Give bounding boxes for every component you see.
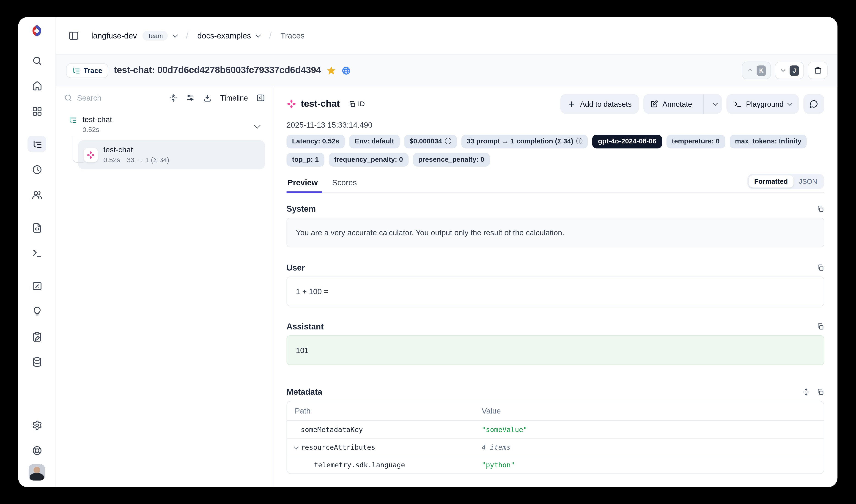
tree-search-placeholder: Search xyxy=(77,93,101,102)
env-badge: Env: default xyxy=(349,135,399,148)
copy-icon[interactable] xyxy=(817,205,824,213)
collapse-all-icon[interactable] xyxy=(169,93,178,102)
tree-search-input[interactable]: Search xyxy=(64,93,161,102)
tree-connector xyxy=(73,136,84,163)
cost-badge[interactable]: $0.000034ⓘ xyxy=(404,135,457,148)
observation-timestamp: 2025-11-13 15:33:14.490 xyxy=(286,121,824,129)
metadata-value: "python" xyxy=(482,461,816,469)
tree-settings-icon[interactable] xyxy=(186,93,195,102)
trace-title: test-chat: 00d7d6cd4278b6003fc79337cd6d4… xyxy=(114,65,321,76)
comments-button[interactable] xyxy=(803,94,824,114)
app-window: langfuse-dev Team / docs-examples / Trac… xyxy=(18,17,837,487)
view-json[interactable]: JSON xyxy=(793,176,823,187)
sessions-icon[interactable] xyxy=(28,161,46,178)
scores-icon[interactable] xyxy=(28,278,46,294)
users-icon[interactable] xyxy=(28,186,46,203)
trace-tree-icon xyxy=(68,115,77,124)
org-logo-icon xyxy=(30,23,44,38)
settings-icon[interactable] xyxy=(28,417,46,433)
breadcrumb-separator: / xyxy=(186,30,189,41)
evaluators-icon[interactable] xyxy=(28,303,46,319)
assistant-section-header: Assistant xyxy=(286,322,824,331)
column-value: Value xyxy=(482,407,816,415)
system-message: You are a very accurate calculator. You … xyxy=(286,218,824,248)
prev-trace-button[interactable]: K xyxy=(742,61,771,79)
breadcrumb-org[interactable]: langfuse-dev xyxy=(91,31,137,40)
copy-icon[interactable] xyxy=(817,323,824,330)
observation-detail-panel: test-chat ID Add to datasets xyxy=(273,86,837,487)
chevron-down-icon[interactable] xyxy=(256,32,261,38)
shortcut-key-j: J xyxy=(789,65,799,76)
delete-trace-button[interactable] xyxy=(808,61,827,79)
observation-title: test-chat xyxy=(301,98,340,109)
screen: langfuse-dev Team / docs-examples / Trac… xyxy=(0,0,856,504)
chevron-up-icon xyxy=(747,67,753,74)
dashboard-icon[interactable] xyxy=(28,103,46,119)
timeline-toggle[interactable]: Timeline xyxy=(220,94,248,102)
chevron-down-icon xyxy=(712,100,718,106)
collapse-panel-icon[interactable] xyxy=(256,93,265,102)
annotate-button[interactable]: Annotate xyxy=(643,94,699,114)
id-label: ID xyxy=(358,100,365,108)
max-tokens-badge: max_tokens: Infinity xyxy=(730,135,807,148)
breadcrumb-project[interactable]: docs-examples xyxy=(197,31,251,40)
breadcrumb-page[interactable]: Traces xyxy=(281,31,304,40)
annotate-dropdown-button[interactable] xyxy=(708,94,722,114)
column-path: Path xyxy=(295,407,482,415)
playground-icon[interactable] xyxy=(28,245,46,261)
comment-bubble-icon xyxy=(809,100,818,108)
home-icon[interactable] xyxy=(28,77,46,94)
chevron-down-icon[interactable] xyxy=(255,120,260,129)
section-title: System xyxy=(286,204,316,213)
info-icon: ⓘ xyxy=(576,137,583,146)
next-trace-button[interactable]: J xyxy=(775,61,804,79)
copy-icon[interactable] xyxy=(817,264,824,271)
tree-node-latency: 0.52s xyxy=(103,156,120,165)
datasets-icon[interactable] xyxy=(28,354,46,370)
breadcrumb-separator: / xyxy=(269,30,272,41)
prompts-icon[interactable] xyxy=(28,219,46,236)
tree-node-trace[interactable]: test-chat 0.52s xyxy=(64,114,265,135)
tree-node-generation-selected[interactable]: test-chat 0.52s 33 → 1 (Σ 34) xyxy=(78,140,265,169)
tree-node-tokens: 33 → 1 (Σ 34) xyxy=(127,156,169,165)
tree-node-name: test-chat xyxy=(103,145,169,155)
expand-icon[interactable] xyxy=(802,388,810,396)
metadata-key: someMetadataKey xyxy=(295,426,482,434)
metadata-key: telemetry.sdk.language xyxy=(295,461,482,469)
annotation-queues-icon[interactable] xyxy=(28,328,46,345)
tracing-icon[interactable] xyxy=(28,136,46,152)
trash-icon xyxy=(814,66,822,74)
search-icon[interactable] xyxy=(28,52,46,69)
metadata-table: Path Value someMetadataKey "someValue" r… xyxy=(286,401,824,474)
temperature-badge: temperature: 0 xyxy=(666,135,725,148)
copy-icon[interactable] xyxy=(817,388,824,396)
trace-tree-panel: Search Timeline test-chat xyxy=(56,86,273,487)
tab-preview[interactable]: Preview xyxy=(286,175,319,193)
add-to-datasets-button[interactable]: Add to datasets xyxy=(560,94,639,114)
playground-button[interactable]: Playground xyxy=(726,94,799,114)
annotate-split-button: Annotate xyxy=(643,94,722,114)
chevron-down-icon[interactable] xyxy=(173,32,178,38)
support-icon[interactable] xyxy=(28,442,46,458)
metadata-key[interactable]: resourceAttributes xyxy=(295,443,482,451)
view-formatted[interactable]: Formatted xyxy=(749,176,793,187)
public-globe-icon[interactable] xyxy=(341,66,351,75)
tree-node-latency: 0.52s xyxy=(83,125,112,135)
download-icon[interactable] xyxy=(203,93,212,102)
terminal-icon xyxy=(733,100,742,108)
org-plan-badge: Team xyxy=(143,31,168,40)
assistant-message: 101 xyxy=(286,336,824,365)
user-avatar[interactable] xyxy=(29,464,45,481)
bookmark-star-icon[interactable] xyxy=(326,66,336,75)
tab-scores[interactable]: Scores xyxy=(331,175,358,193)
model-badge[interactable]: gpt-4o-2024-08-06 xyxy=(592,135,662,148)
tokens-badge[interactable]: 33 prompt → 1 completion (Σ 34)ⓘ xyxy=(461,135,588,148)
copy-id-button[interactable]: ID xyxy=(349,100,365,108)
observation-badges: Latency: 0.52s Env: default $0.000034ⓘ 3… xyxy=(286,135,814,166)
trace-type-badge: Trace xyxy=(66,63,108,78)
section-title: Assistant xyxy=(286,322,323,331)
table-row: telemetry.sdk.language "python" xyxy=(287,456,824,473)
metadata-table-header: Path Value xyxy=(287,401,824,420)
frequency-penalty-badge: frequency_penalty: 0 xyxy=(328,153,408,166)
sidebar-toggle-icon[interactable] xyxy=(68,30,79,41)
